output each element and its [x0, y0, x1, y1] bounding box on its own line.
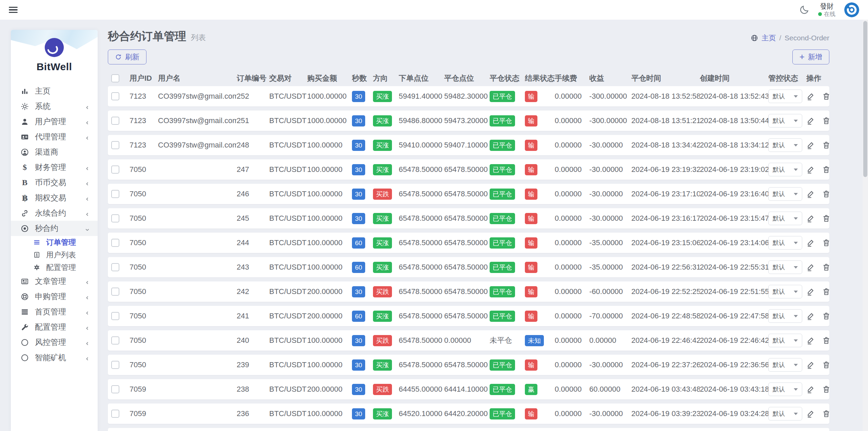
- delete-icon[interactable]: [822, 238, 831, 247]
- row-checkbox[interactable]: [111, 361, 119, 369]
- row-checkbox[interactable]: [111, 190, 119, 198]
- cell-close_point: 59407.10000: [444, 141, 490, 150]
- sidebar-item-5[interactable]: $财务管理: [11, 160, 98, 175]
- edit-icon[interactable]: [806, 385, 815, 394]
- delete-icon[interactable]: [822, 141, 831, 150]
- delete-icon[interactable]: [822, 116, 831, 125]
- delete-icon[interactable]: [822, 360, 831, 369]
- delete-icon[interactable]: [822, 312, 831, 320]
- control-status-select[interactable]: 默认: [768, 187, 802, 201]
- sidebar-item-12[interactable]: 首页管理: [11, 304, 98, 319]
- edit-icon[interactable]: [806, 141, 815, 150]
- row-checkbox[interactable]: [111, 141, 119, 149]
- delete-icon[interactable]: [822, 165, 831, 174]
- edit-icon[interactable]: [806, 214, 815, 223]
- control-status-select[interactable]: 默认: [768, 236, 802, 250]
- row-checkbox[interactable]: [111, 117, 119, 125]
- cell-amount: 200.00000: [307, 287, 352, 296]
- delete-icon[interactable]: [822, 263, 831, 272]
- sidebar-item-8[interactable]: 永续合约: [11, 205, 98, 221]
- submenu-item-9-2[interactable]: 配置管理: [11, 261, 98, 274]
- dark-mode-toggle[interactable]: [799, 5, 809, 15]
- row-checkbox[interactable]: [111, 92, 119, 100]
- user-info[interactable]: 發財 在线: [818, 2, 835, 18]
- cell-user_id: 7050: [130, 238, 158, 247]
- sidebar-item-9[interactable]: 秒合约: [11, 221, 98, 236]
- control-status-select[interactable]: 默认: [768, 138, 802, 152]
- cell-order_no: 236: [237, 409, 269, 418]
- add-button[interactable]: + 新增: [792, 50, 829, 64]
- sidebar-item-6[interactable]: B币币交易: [11, 175, 98, 190]
- sidebar-item-11[interactable]: 申购管理: [11, 289, 98, 304]
- control-status-select[interactable]: 默认: [768, 383, 802, 396]
- control-status-select[interactable]: 默认: [768, 407, 802, 420]
- control-status-select[interactable]: 默认: [768, 285, 802, 298]
- result-badge: 输: [525, 286, 537, 297]
- sidebar-item-4[interactable]: 渠道商: [11, 144, 98, 160]
- edit-icon[interactable]: [806, 263, 815, 272]
- sidebar-item-15[interactable]: 智能矿机: [11, 350, 98, 365]
- sidebar-item-label: 系统: [35, 101, 84, 112]
- row-checkbox[interactable]: [111, 385, 119, 393]
- delete-icon[interactable]: [822, 409, 831, 418]
- cell-fee: 0.00000: [555, 409, 589, 418]
- submenu-item-label: 订单管理: [46, 237, 76, 248]
- control-status-select[interactable]: 默认: [768, 163, 802, 176]
- row-checkbox[interactable]: [111, 336, 119, 345]
- sidebar-item-7[interactable]: ฿期权交易: [11, 190, 98, 205]
- control-status-select[interactable]: 默认: [768, 260, 802, 274]
- avatar[interactable]: [844, 2, 859, 17]
- control-status-select[interactable]: 默认: [768, 90, 802, 103]
- row-checkbox[interactable]: [111, 239, 119, 247]
- delete-icon[interactable]: [822, 385, 831, 394]
- direction-badge: 买涨: [373, 213, 392, 224]
- edit-icon[interactable]: [806, 238, 815, 247]
- column-header: 结果状态: [525, 73, 555, 83]
- edit-icon[interactable]: [806, 116, 815, 125]
- control-status-select[interactable]: 默认: [768, 212, 802, 225]
- scrollbar-track: [863, 0, 868, 431]
- row-checkbox[interactable]: [111, 312, 119, 320]
- submenu-item-9-0[interactable]: 订单管理: [11, 236, 98, 249]
- edit-icon[interactable]: [806, 287, 815, 296]
- sidebar-item-0[interactable]: 主页: [11, 83, 98, 99]
- delete-icon[interactable]: [822, 287, 831, 296]
- sidebar-item-10[interactable]: 文章管理: [11, 274, 98, 289]
- delete-icon[interactable]: [822, 190, 831, 198]
- cell-open_point: 65478.50000: [399, 312, 444, 320]
- menu-toggle-button[interactable]: [9, 5, 19, 15]
- control-status-select[interactable]: 默认: [768, 358, 802, 372]
- submenu-item-9-1[interactable]: 用户列表: [11, 249, 98, 261]
- scrollbar-thumb[interactable]: [863, 21, 867, 177]
- edit-icon[interactable]: [806, 312, 815, 320]
- sidebar-item-3[interactable]: 代理管理: [11, 129, 98, 144]
- edit-icon[interactable]: [806, 409, 815, 418]
- delete-icon[interactable]: [822, 214, 831, 223]
- cell-close_time: 2024-08-18 13:51:21: [631, 116, 700, 125]
- cell-direction: 买涨: [373, 213, 399, 224]
- edit-icon[interactable]: [806, 165, 815, 174]
- sidebar-item-2[interactable]: 用户管理: [11, 114, 98, 129]
- delete-icon[interactable]: [822, 336, 831, 345]
- row-checkbox[interactable]: [111, 214, 119, 222]
- sidebar-item-label: 用户管理: [35, 116, 84, 127]
- delete-icon[interactable]: [822, 92, 831, 101]
- refresh-button[interactable]: 刷新: [108, 50, 146, 64]
- sidebar-item-13[interactable]: 配置管理: [11, 319, 98, 335]
- row-checkbox[interactable]: [111, 263, 119, 271]
- breadcrumb-home-link[interactable]: 主页: [762, 33, 776, 43]
- control-status-select[interactable]: 默认: [768, 309, 802, 323]
- edit-icon[interactable]: [806, 336, 815, 345]
- cell-user_id: 7050: [130, 263, 158, 272]
- control-status-select[interactable]: 默认: [768, 334, 802, 347]
- control-status-select[interactable]: 默认: [768, 114, 802, 128]
- edit-icon[interactable]: [806, 360, 815, 369]
- edit-icon[interactable]: [806, 92, 815, 101]
- row-checkbox[interactable]: [111, 288, 119, 296]
- sidebar-item-14[interactable]: 风控管理: [11, 335, 98, 350]
- select-all-checkbox[interactable]: [111, 74, 119, 82]
- edit-icon[interactable]: [806, 190, 815, 198]
- sidebar-item-1[interactable]: 系统: [11, 99, 98, 114]
- row-checkbox[interactable]: [111, 410, 119, 418]
- row-checkbox[interactable]: [111, 165, 119, 174]
